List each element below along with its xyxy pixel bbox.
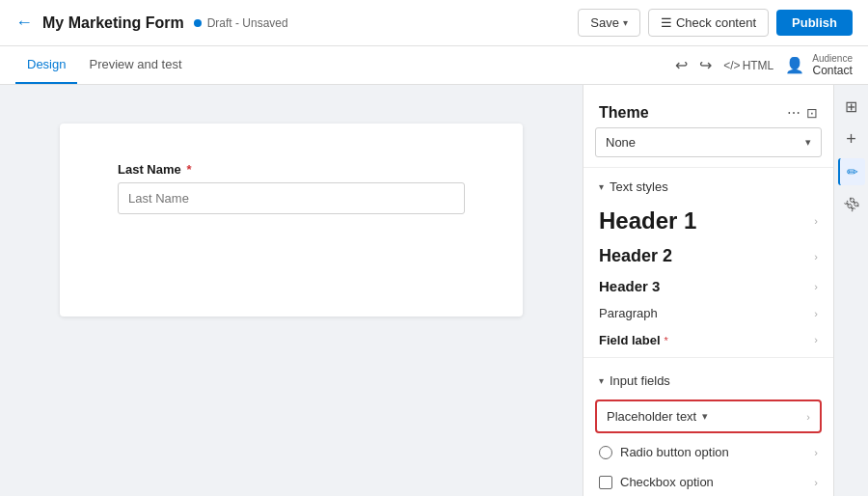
theme-expand-button[interactable]: ⊡ [806, 105, 818, 121]
paragraph-chevron-icon: › [814, 308, 818, 319]
theme-title: Theme [599, 104, 649, 122]
checkbox-item[interactable]: Checkbox option › [583, 467, 833, 496]
styles-icon-button[interactable]: ✏ [838, 158, 865, 185]
redo-button[interactable]: ↪ [699, 56, 712, 74]
placeholder-dropdown-icon: ▾ [702, 410, 708, 423]
side-icons-panel: ⊞ + ✏ ⛓ [833, 85, 868, 496]
html-label: </> [723, 59, 740, 72]
save-button[interactable]: Save ▾ [578, 9, 640, 37]
check-content-label: Check content [676, 15, 756, 30]
redo-icon: ↪ [699, 56, 712, 74]
theme-value: None [606, 135, 636, 150]
field-label-text: Field label * [599, 332, 668, 347]
main-layout: Last Name * Theme ⋯ ⊡ None ▾ [0, 85, 868, 496]
last-name-input[interactable] [118, 182, 465, 214]
theme-more-button[interactable]: ⋯ [787, 105, 800, 121]
html-text: HTML [743, 59, 774, 72]
input-fields-chevron-icon: ▾ [599, 375, 604, 386]
paragraph-label: Paragraph [599, 306, 658, 320]
right-panel: Theme ⋯ ⊡ None ▾ ▾ Text styles Header 1 … [583, 85, 833, 496]
input-fields-section: ▾ Input fields Placeholder text ▾ › Radi… [583, 362, 833, 496]
form-canvas: Last Name * [60, 124, 523, 317]
layout-icon-button[interactable]: ⊞ [838, 93, 865, 120]
canvas-area: Last Name * [0, 85, 583, 496]
undo-button[interactable]: ↩ [675, 56, 688, 74]
field-label-required-star: * [664, 335, 667, 346]
draft-label: Draft - Unsaved [207, 16, 288, 30]
top-bar-left: ← My Marketing Form Draft - Unsaved [15, 13, 288, 33]
audience-label: Audience [812, 54, 853, 64]
text-styles-chevron-icon: ▾ [599, 181, 604, 192]
check-content-button[interactable]: ☰ Check content [648, 9, 769, 37]
divider-2 [583, 357, 833, 358]
h3-chevron-icon: › [814, 281, 818, 292]
sub-nav: Design Preview and test ↩ ↪ </> HTML 👤 A… [0, 46, 868, 85]
theme-actions: ⋯ ⊡ [787, 105, 818, 121]
top-bar: ← My Marketing Form Draft - Unsaved Save… [0, 0, 868, 46]
save-label: Save [590, 15, 619, 30]
checkbox-label: Checkbox option [620, 475, 714, 489]
form-title: My Marketing Form [42, 14, 184, 32]
placeholder-chevron-icon: › [806, 411, 810, 423]
panel-main: Theme ⋯ ⊡ None ▾ ▾ Text styles Header 1 … [583, 85, 833, 496]
draft-badge: Draft - Unsaved [194, 16, 288, 30]
radio-button-label: Radio button option [620, 445, 729, 459]
radio-chevron-icon: › [814, 447, 818, 458]
theme-chevron-icon: ▾ [805, 136, 811, 149]
audience-icon: 👤 [785, 56, 804, 74]
style-item-paragraph[interactable]: Paragraph › [583, 300, 833, 326]
save-chevron-icon: ▾ [623, 17, 628, 28]
layout-icon: ⊞ [845, 97, 857, 116]
text-styles-toggle[interactable]: ▾ Text styles [583, 172, 833, 202]
add-icon-button[interactable]: + [838, 125, 865, 152]
checkbox-icon [599, 476, 612, 489]
style-item-h3[interactable]: Header 3 › [583, 272, 833, 300]
placeholder-text-item[interactable]: Placeholder text ▾ › [595, 400, 822, 433]
theme-dropdown[interactable]: None ▾ [595, 127, 822, 157]
radio-circle-icon [599, 446, 612, 459]
audience-button[interactable]: 👤 Audience Contact [785, 54, 853, 77]
field-label: Last Name * [118, 162, 465, 177]
placeholder-text-label: Placeholder text [607, 409, 696, 424]
text-styles-label: Text styles [610, 179, 668, 194]
add-icon: + [846, 129, 856, 150]
tab-preview[interactable]: Preview and test [77, 46, 193, 84]
h2-chevron-icon: › [814, 251, 818, 262]
h1-chevron-icon: › [814, 215, 818, 227]
style-item-field-label[interactable]: Field label * › [583, 326, 833, 353]
required-star: * [186, 162, 191, 177]
tab-design[interactable]: Design [15, 46, 77, 84]
undo-icon: ↩ [675, 56, 688, 74]
divider-1 [583, 167, 833, 168]
radio-button-item[interactable]: Radio button option › [583, 437, 833, 467]
top-bar-right: Save ▾ ☰ Check content Publish [578, 9, 853, 37]
html-button[interactable]: </> HTML [723, 59, 773, 72]
sub-nav-tabs: Design Preview and test [15, 46, 194, 84]
audience-value: Contact [812, 64, 853, 77]
input-fields-label: Input fields [610, 373, 670, 388]
h2-label: Header 2 [599, 246, 672, 266]
styles-icon: ✏ [847, 164, 858, 179]
check-content-icon: ☰ [661, 15, 672, 30]
field-label-chevron-icon: › [814, 334, 818, 345]
h3-label: Header 3 [599, 278, 660, 294]
back-button[interactable]: ← [15, 13, 33, 33]
input-fields-toggle[interactable]: ▾ Input fields [583, 366, 833, 396]
style-item-h1[interactable]: Header 1 › [583, 202, 833, 240]
checkbox-chevron-icon: › [814, 477, 818, 488]
sub-nav-right: ↩ ↪ </> HTML 👤 Audience Contact [675, 54, 853, 77]
draft-dot [194, 19, 202, 27]
link-icon-button[interactable]: ⛓ [838, 191, 865, 218]
publish-button[interactable]: Publish [776, 10, 853, 36]
theme-section-header: Theme ⋯ ⊡ [583, 96, 833, 127]
link-icon: ⛓ [841, 194, 861, 214]
h1-label: Header 1 [599, 207, 696, 234]
style-item-h2[interactable]: Header 2 › [583, 240, 833, 272]
